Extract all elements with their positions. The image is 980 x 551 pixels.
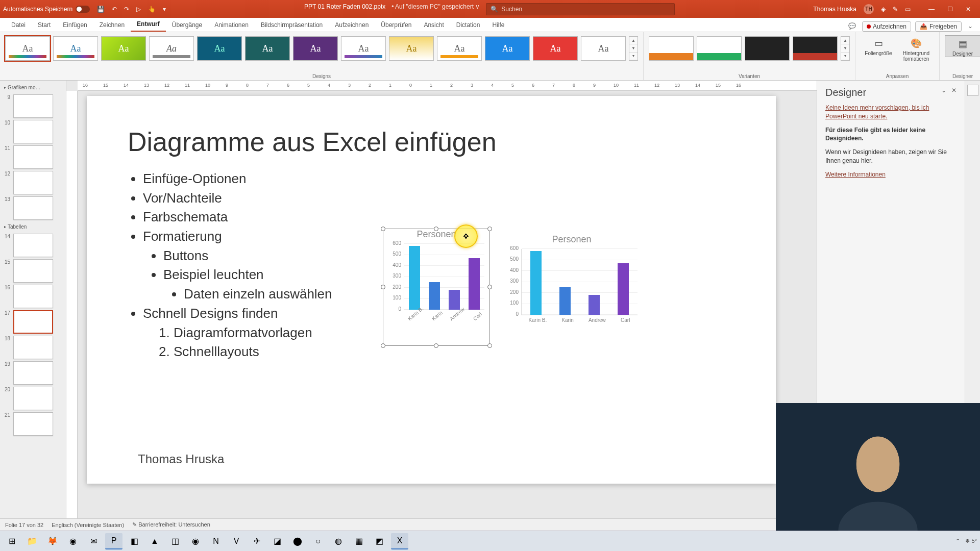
theme-thumb[interactable]: Aa bbox=[293, 36, 338, 61]
tab-überprüfen[interactable]: Überprüfen bbox=[375, 18, 418, 32]
toggle-switch[interactable] bbox=[76, 6, 90, 13]
system-tray[interactable]: ⌃ ❄ 5° bbox=[955, 538, 977, 544]
tab-bildschirmpräsentation[interactable]: Bildschirmpräsentation bbox=[255, 18, 329, 32]
tab-ansicht[interactable]: Ansicht bbox=[418, 18, 450, 32]
slide-size-button[interactable]: ▭Foliengröße bbox=[861, 35, 896, 62]
tab-animationen[interactable]: Animationen bbox=[208, 18, 255, 32]
app-icon[interactable]: ◪ bbox=[268, 533, 286, 549]
pane-chevron-icon[interactable]: ⌄ bbox=[941, 87, 946, 94]
save-icon[interactable]: 💾 bbox=[97, 6, 105, 13]
tab-einfügen[interactable]: Einfügen bbox=[57, 18, 93, 32]
tab-übergänge[interactable]: Übergänge bbox=[166, 18, 208, 32]
close-button[interactable]: ✕ bbox=[960, 3, 977, 15]
design-gallery[interactable]: Aa Aa Aa Aa Aa Aa Aa Aa Aa Aa Aa Aa Aa ▲… bbox=[0, 32, 643, 63]
thumbnails[interactable]: Grafiken mo…910111213Tabellen14151617181… bbox=[0, 81, 66, 531]
format-background-button[interactable]: 🎨Hintergrund formatieren bbox=[898, 35, 934, 62]
start-button[interactable]: ⊞ bbox=[3, 533, 20, 549]
slide-thumb[interactable]: 14 bbox=[3, 234, 63, 257]
variant-thumb[interactable] bbox=[793, 36, 838, 61]
share-button[interactable]: 📤Freigeben bbox=[915, 21, 962, 32]
document-saved[interactable]: • Auf "diesem PC" gespeichert ∨ bbox=[391, 3, 480, 15]
slide-title[interactable]: Diagramme aus Excel einfügen bbox=[128, 127, 735, 157]
app-icon[interactable]: ◍ bbox=[330, 533, 347, 549]
tab-zeichnen[interactable]: Zeichnen bbox=[93, 18, 131, 32]
bar[interactable] bbox=[589, 295, 600, 315]
bar[interactable] bbox=[449, 290, 460, 310]
touch-icon[interactable]: 👆 bbox=[148, 6, 156, 13]
theme-thumb[interactable]: Aa bbox=[5, 36, 50, 61]
bar[interactable] bbox=[469, 258, 480, 310]
telegram-icon[interactable]: ✈ bbox=[248, 533, 265, 549]
app-icon[interactable]: ○ bbox=[309, 533, 327, 549]
bar[interactable] bbox=[618, 263, 629, 315]
variant-thumb[interactable] bbox=[649, 36, 694, 61]
tab-datei[interactable]: Datei bbox=[5, 18, 32, 32]
tab-aufzeichnen[interactable]: Aufzeichnen bbox=[329, 18, 375, 32]
search-input[interactable] bbox=[501, 6, 670, 13]
gallery-scroll[interactable]: ▲▼▾ bbox=[841, 36, 850, 61]
window-icon[interactable]: ▭ bbox=[905, 6, 911, 13]
vlc-icon[interactable]: ▲ bbox=[146, 533, 163, 549]
theme-thumb[interactable]: Aa bbox=[197, 36, 242, 61]
theme-thumb[interactable]: Aa bbox=[53, 36, 98, 61]
theme-thumb[interactable]: Aa bbox=[581, 36, 626, 61]
slide-thumb[interactable]: 19 bbox=[3, 361, 63, 385]
variant-thumb[interactable] bbox=[697, 36, 742, 61]
designer-more-link[interactable]: Weitere Informationen bbox=[825, 171, 886, 178]
slide-thumb[interactable]: 12 bbox=[3, 171, 63, 194]
slide-thumb[interactable]: 21 bbox=[3, 412, 63, 436]
draw-icon[interactable]: ✎ bbox=[893, 6, 898, 13]
app-icon[interactable]: ▦ bbox=[350, 533, 368, 549]
visio-icon[interactable]: V bbox=[228, 533, 245, 549]
user-avatar[interactable]: TH bbox=[864, 4, 874, 14]
variant-thumb[interactable] bbox=[745, 36, 790, 61]
slide-thumb[interactable]: 15 bbox=[3, 259, 63, 283]
app-icon[interactable]: ◫ bbox=[166, 533, 184, 549]
redo-icon[interactable]: ↷ bbox=[124, 6, 129, 13]
accessibility-status[interactable]: ✎ Barrierefreiheit: Untersuchen bbox=[132, 521, 210, 528]
pane-close-icon[interactable]: ✕ bbox=[951, 87, 957, 94]
comments-icon[interactable]: 💬 bbox=[846, 20, 858, 32]
slide-thumb[interactable]: 20 bbox=[3, 387, 63, 410]
autosave-toggle[interactable]: Automatisches Speichern bbox=[3, 6, 90, 13]
diamond-icon[interactable]: ◈ bbox=[881, 6, 886, 13]
slide-thumb[interactable]: 17 bbox=[3, 310, 63, 334]
chart-object[interactable]: Personen0100200300400500600Karin B.Karin… bbox=[500, 234, 643, 346]
bar[interactable] bbox=[409, 246, 420, 310]
bar[interactable] bbox=[429, 282, 440, 310]
tab-hilfe[interactable]: Hilfe bbox=[486, 18, 510, 32]
undo-icon[interactable]: ↶ bbox=[112, 6, 117, 13]
powerpoint-icon[interactable]: P bbox=[105, 533, 122, 549]
search-box[interactable]: 🔍 bbox=[486, 3, 675, 15]
theme-thumb[interactable]: Aa bbox=[437, 36, 482, 61]
gallery-scroll[interactable]: ▲▼▾ bbox=[629, 36, 638, 61]
chrome-icon[interactable]: ◉ bbox=[64, 533, 82, 549]
onenote-icon[interactable]: N bbox=[207, 533, 225, 549]
tray-chevron-icon[interactable]: ⌃ bbox=[955, 538, 960, 544]
bar[interactable] bbox=[559, 287, 571, 315]
user-name[interactable]: Thomas Hruska bbox=[813, 6, 856, 13]
variants-gallery[interactable]: ▲▼▾ bbox=[644, 32, 855, 63]
maximize-button[interactable]: ☐ bbox=[941, 3, 959, 15]
tab-entwurf[interactable]: Entwurf bbox=[131, 17, 166, 32]
slide-counter[interactable]: Folie 17 von 32 bbox=[5, 522, 43, 528]
outlook-icon[interactable]: ✉ bbox=[85, 533, 102, 549]
app-icon[interactable]: ◧ bbox=[126, 533, 143, 549]
ribbon-collapse-icon[interactable]: ⌄ bbox=[966, 20, 975, 32]
slide-thumb[interactable]: 10 bbox=[3, 120, 63, 143]
theme-thumb[interactable]: Aa bbox=[485, 36, 530, 61]
designer-button[interactable]: ▤Designer bbox=[945, 35, 980, 57]
firefox-icon[interactable]: 🦊 bbox=[44, 533, 61, 549]
theme-thumb[interactable]: Aa bbox=[533, 36, 578, 61]
slide[interactable]: Diagramme aus Excel einfügen Einfüge-Opt… bbox=[87, 96, 776, 484]
theme-thumb[interactable]: Aa bbox=[389, 36, 434, 61]
record-button[interactable]: Aufzeichnen bbox=[862, 21, 911, 32]
slide-thumb[interactable]: 11 bbox=[3, 145, 63, 169]
theme-thumb[interactable]: Aa bbox=[341, 36, 386, 61]
minimize-button[interactable]: — bbox=[923, 3, 940, 15]
app-icon[interactable]: ◩ bbox=[371, 533, 388, 549]
theme-thumb[interactable]: Aa bbox=[101, 36, 146, 61]
side-strip-item[interactable] bbox=[967, 85, 978, 96]
obs-icon[interactable]: ⬤ bbox=[289, 533, 306, 549]
file-explorer-icon[interactable]: 📁 bbox=[23, 533, 41, 549]
